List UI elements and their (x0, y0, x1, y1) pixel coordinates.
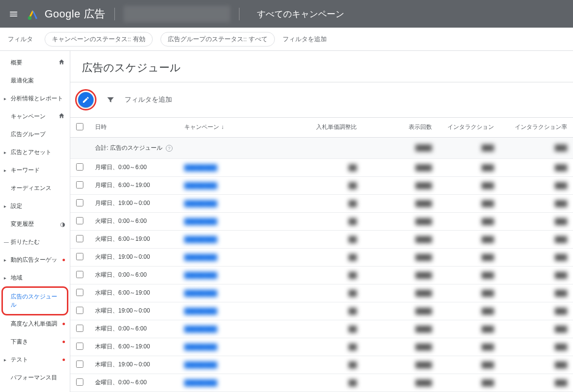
row-checkbox[interactable] (76, 235, 83, 242)
cell-campaign[interactable]: ████████ (184, 361, 217, 368)
cell-campaign[interactable]: ████████ (184, 164, 217, 171)
sidebar-item-label: キャンペーン (11, 112, 46, 121)
cell-interactions: ███ (482, 236, 494, 243)
sidebar-item-label: 最適化案 (11, 77, 34, 85)
cell-campaign[interactable]: ████████ (184, 379, 217, 386)
edit-button[interactable] (78, 92, 94, 108)
cell-campaign[interactable]: ████████ (184, 182, 217, 189)
sidebar-item-label: 変更履歴 (11, 220, 34, 228)
history-icon: ◑ (60, 221, 65, 228)
cell-impressions: ████ (415, 200, 432, 207)
row-checkbox[interactable] (76, 343, 83, 350)
filter-funnel-icon[interactable] (106, 94, 115, 106)
sidebar-item[interactable]: 広告のスケジュール (3, 288, 67, 314)
cell-campaign[interactable]: ████████ (184, 218, 217, 225)
cell-interaction-rate: ███ (555, 379, 567, 386)
svg-point-0 (28, 16, 32, 20)
sidebar-item[interactable]: 動的広告ターゲッ (0, 251, 70, 269)
sidebar-item[interactable]: オーディエンス (0, 179, 70, 197)
cell-impressions: ████ (415, 344, 432, 350)
app-header: Google 広告 すべてのキャンペーン (0, 0, 573, 28)
cell-datetime: 月曜日、19:00～0:00 (95, 200, 150, 206)
cell-datetime: 木曜日、0:00～6:00 (95, 325, 147, 332)
cell-campaign[interactable]: ████████ (184, 290, 217, 297)
sidebar-item[interactable]: 広告とアセット (0, 143, 70, 161)
brand-text: Google 広告 (45, 7, 106, 21)
row-checkbox[interactable] (76, 181, 83, 188)
row-checkbox[interactable] (76, 378, 83, 386)
sidebar-item-label: 折りたたむ (11, 238, 40, 246)
sidebar-item[interactable]: パフォーマンス目 (0, 369, 70, 387)
sidebar-item[interactable]: キャンペーン (0, 108, 70, 125)
summary-label: 合計: 広告のスケジュール (95, 144, 162, 151)
col-header-datetime[interactable]: 日時 (89, 118, 178, 137)
sidebar-item[interactable]: 下書き (0, 333, 70, 351)
cell-impressions: ████ (415, 164, 432, 171)
cell-campaign[interactable]: ████████ (184, 344, 217, 350)
notification-dot-icon (63, 259, 65, 261)
row-checkbox[interactable] (76, 163, 83, 171)
cell-impressions: ████ (415, 290, 432, 297)
brand-logo[interactable]: Google 広告 (27, 7, 106, 21)
cell-interaction-rate: ███ (555, 182, 567, 189)
cell-campaign[interactable]: ████████ (184, 236, 217, 243)
filter-chip-adgroup-status[interactable]: 広告グループのステータス:: すべて (160, 32, 275, 47)
sidebar-item[interactable]: 折りたたむ (0, 233, 70, 251)
cell-campaign[interactable]: ████████ (184, 308, 217, 314)
row-checkbox[interactable] (76, 253, 83, 260)
sidebar-item[interactable]: 高度な入札単価調 (0, 315, 70, 333)
row-checkbox[interactable] (76, 271, 83, 278)
col-header-interactions[interactable]: インタラクション (438, 118, 500, 137)
sidebar-item[interactable]: 広告グループ (0, 125, 70, 143)
sidebar-item[interactable]: キーワード (0, 161, 70, 179)
col-header-bid-adj[interactable]: 入札単価調整比 (280, 118, 363, 137)
toolbar: フィルタを追加 (70, 82, 573, 118)
sidebar-item[interactable]: 変更履歴◑ (0, 215, 70, 233)
cell-bid-adj: ██ (349, 236, 357, 243)
summary-interactions: ███ (482, 144, 494, 151)
row-checkbox[interactable] (76, 361, 83, 368)
sidebar-item-label: 広告のスケジュール (11, 293, 62, 309)
sidebar-item[interactable]: 地域 (0, 269, 70, 287)
table-row: 水曜日、0:00～6:00████████████████████ (70, 266, 573, 284)
help-icon[interactable]: ? (166, 145, 173, 152)
select-all-checkbox[interactable] (76, 123, 83, 130)
cell-campaign[interactable]: ████████ (184, 254, 217, 261)
cell-impressions: ████ (415, 254, 432, 261)
row-checkbox[interactable] (76, 307, 83, 314)
table-row: 木曜日、0:00～6:00████████████████████ (70, 320, 573, 338)
sidebar-item[interactable]: テスト (0, 351, 70, 369)
col-header-impressions[interactable]: 表示回数 (363, 118, 438, 137)
cell-interaction-rate: ███ (555, 344, 567, 350)
sidebar-item[interactable]: 最適化案 (0, 72, 70, 90)
cell-datetime: 水曜日、0:00～6:00 (95, 271, 147, 278)
row-checkbox[interactable] (76, 325, 83, 332)
cell-campaign[interactable]: ████████ (184, 272, 217, 279)
sidebar-item-label: 下書き (11, 338, 28, 346)
sidebar-item[interactable]: 概要 (0, 54, 70, 72)
sidebar-item-label: 広告とアセット (11, 148, 51, 157)
sidebar-item[interactable]: 設定 (0, 197, 70, 215)
cell-campaign[interactable]: ████████ (184, 326, 217, 332)
schedule-table: 日時 キャンペーン↓ 入札単価調整比 表示回数 インタラクション インタラクショ… (70, 118, 573, 392)
col-header-campaign[interactable]: キャンペーン↓ (178, 118, 280, 137)
add-filter-link[interactable]: フィルタを追加 (283, 35, 327, 44)
cell-bid-adj: ██ (349, 254, 357, 261)
col-header-interaction-rate[interactable]: インタラクション率 (500, 118, 573, 137)
cell-impressions: ████ (415, 379, 432, 386)
sidebar-item[interactable]: 分析情報とレポート (0, 90, 70, 108)
hamburger-icon[interactable] (8, 8, 19, 20)
cell-interaction-rate: ███ (555, 236, 567, 243)
row-checkbox[interactable] (76, 199, 83, 206)
add-filter-text[interactable]: フィルタを追加 (125, 95, 172, 104)
row-checkbox[interactable] (76, 217, 83, 224)
summary-row: 合計: 広告のスケジュール ? ████ ███ ███ (70, 137, 573, 158)
cell-interaction-rate: ███ (555, 218, 567, 225)
notification-dot-icon (63, 341, 65, 343)
cell-bid-adj: ██ (349, 379, 357, 386)
row-checkbox[interactable] (76, 289, 83, 296)
cell-impressions: ████ (415, 361, 432, 368)
cell-bid-adj: ██ (349, 361, 357, 368)
cell-campaign[interactable]: ████████ (184, 200, 217, 207)
filter-chip-campaign-status[interactable]: キャンペーンのステータス:: 有効 (45, 32, 153, 47)
